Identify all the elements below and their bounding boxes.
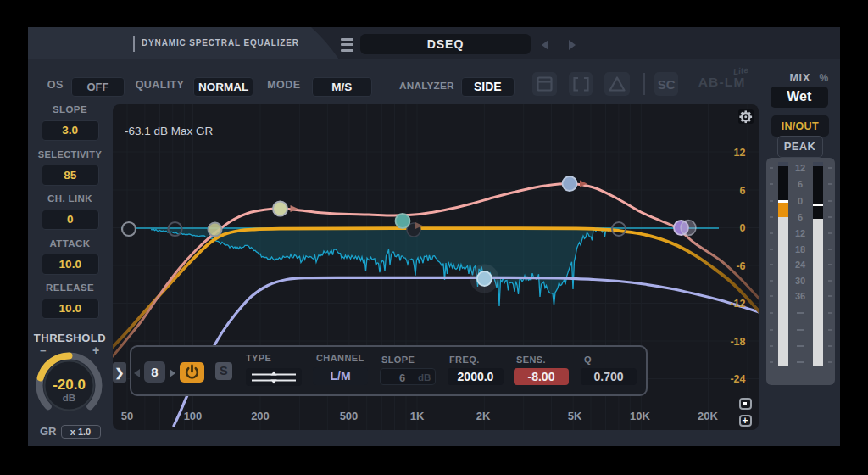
svg-text:-24: -24: [730, 373, 745, 385]
svg-text:1K: 1K: [410, 410, 425, 422]
svg-text:200: 200: [251, 410, 270, 422]
svg-text:20K: 20K: [698, 410, 718, 422]
svg-text:50: 50: [121, 410, 133, 422]
svg-text:5K: 5K: [568, 410, 582, 422]
svg-text:500: 500: [340, 410, 359, 422]
svg-text:-63.1 dB Max GR: -63.1 dB Max GR: [125, 125, 214, 137]
svg-text:12: 12: [734, 147, 746, 159]
svg-text:0: 0: [740, 222, 746, 234]
svg-text:dB: dB: [63, 393, 75, 403]
svg-text:100: 100: [184, 410, 203, 422]
svg-text:6: 6: [740, 185, 746, 197]
svg-text:-12: -12: [730, 298, 745, 310]
svg-text:-18: -18: [730, 336, 745, 348]
svg-text:2K: 2K: [476, 410, 491, 422]
svg-text:-6: -6: [736, 260, 745, 272]
svg-text:10K: 10K: [630, 410, 650, 422]
svg-text:-20.0: -20.0: [53, 377, 86, 393]
